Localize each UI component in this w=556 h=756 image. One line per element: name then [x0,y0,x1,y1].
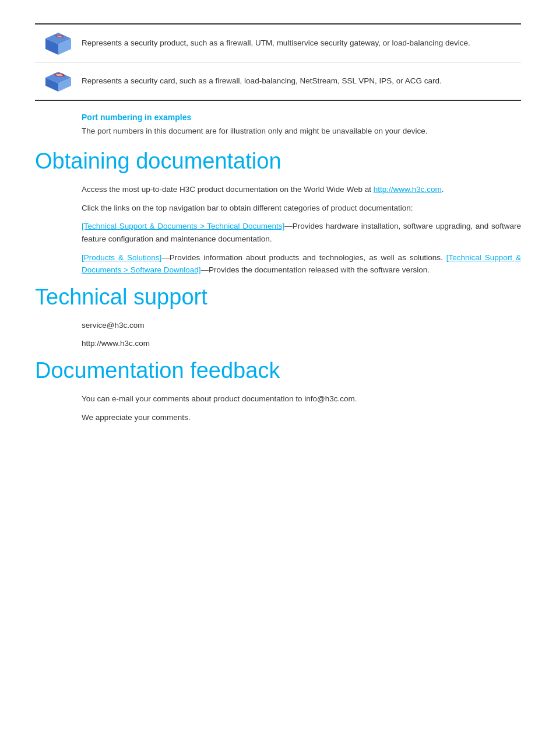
documentation-feedback-section: Documentation feedback You can e-mail yo… [35,358,521,424]
obtaining-para1: Access the most up-to-date H3C product d… [82,183,521,196]
obtaining-para3: [Technical Support & Documents > Technic… [82,220,521,245]
products-solutions-link[interactable]: [Products & Solutions] [82,253,161,262]
security-product-text: Represents a security product, such as a… [82,37,521,49]
link2-suffix: —Provides information about products and… [161,253,443,262]
technical-support-heading: Technical support [35,285,521,310]
obtaining-para1-before: Access the most up-to-date H3C product d… [82,185,374,194]
documentation-feedback-heading: Documentation feedback [35,358,521,383]
security-product-icon-cell [35,30,82,56]
security-card-text: Represents a security card, such as a fi… [82,75,521,87]
obtaining-para4: [Products & Solutions]—Provides informat… [82,251,521,276]
table-row: Represents a security product, such as a… [35,24,521,62]
obtaining-documentation-section: Obtaining documentation Access the most … [35,149,521,276]
table-row: Represents a security card, such as a fi… [35,62,521,100]
documentation-feedback-para2: We appreciate your comments. [82,411,521,424]
technical-support-content: service@h3c.com http://www.h3c.com [35,319,521,350]
icon-table: Represents a security product, such as a… [35,23,521,101]
technical-support-email: service@h3c.com [82,319,521,332]
obtaining-para2: Click the links on the top navigation ba… [82,202,521,215]
security-card-icon [43,68,73,94]
technical-documents-link[interactable]: [Technical Support & Documents > Technic… [82,222,284,230]
obtaining-documentation-heading: Obtaining documentation [35,149,521,174]
security-product-icon [43,30,73,56]
documentation-feedback-para1: You can e-mail your comments about produ… [82,393,521,405]
obtaining-para1-period: . [442,185,444,194]
port-numbering-text: The port numbers in this document are fo… [82,125,521,137]
documentation-feedback-content: You can e-mail your comments about produ… [35,393,521,424]
technical-support-section: Technical support service@h3c.com http:/… [35,285,521,350]
port-numbering-section: Port numbering in examples The port numb… [35,113,521,137]
technical-support-website: http://www.h3c.com [82,337,521,350]
link3-suffix: —Provides the documentation released wit… [200,265,429,274]
obtaining-documentation-content: Access the most up-to-date H3C product d… [35,183,521,276]
port-numbering-title: Port numbering in examples [82,113,521,122]
h3c-website-link[interactable]: http://www.h3c.com [374,185,442,194]
security-card-icon-cell [35,68,82,94]
